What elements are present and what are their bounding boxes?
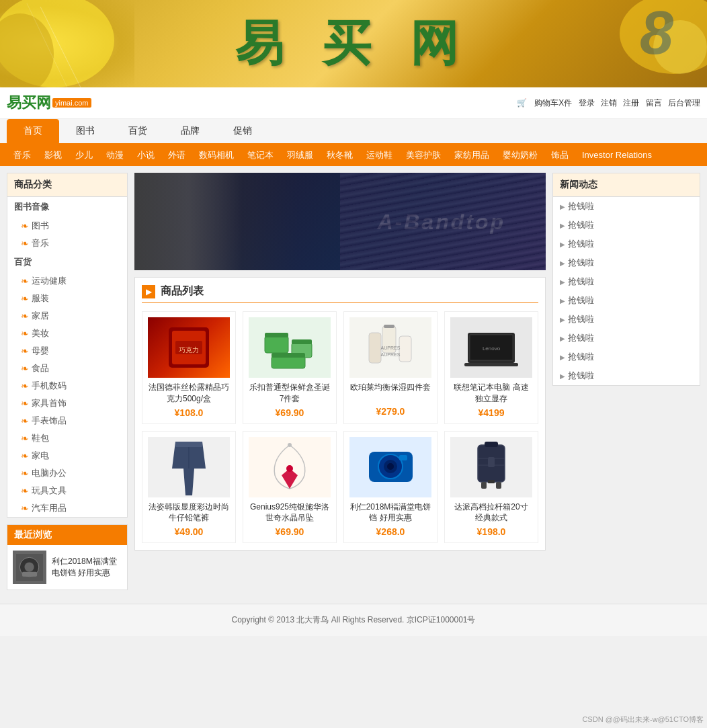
- cat-video[interactable]: 影视: [38, 145, 69, 166]
- tab-home[interactable]: 首页: [7, 119, 59, 143]
- news-item-5[interactable]: ▶ 抢钱啦: [553, 272, 700, 291]
- product-price-6: ¥69.90: [249, 526, 331, 537]
- news-item-8[interactable]: ▶ 抢钱啦: [553, 329, 700, 348]
- bullet-icon: ❧: [21, 220, 29, 231]
- site-title: 易 买 网: [235, 11, 472, 76]
- product-card-5[interactable]: 法姿韩版显度彩边时尚牛仔铅笔裤 ¥49.00: [142, 431, 236, 544]
- cat-music[interactable]: 音乐: [7, 145, 38, 166]
- product-name-8: 达派高档拉杆箱20寸 经典款式: [450, 501, 532, 524]
- product-img-5: [148, 437, 230, 497]
- product-card-6[interactable]: Genius925纯银施华洛世奇水晶吊坠 ¥69.90: [243, 431, 337, 544]
- logo-area: 易买网 yimai.com: [7, 93, 91, 113]
- svg-rect-16: [265, 333, 288, 337]
- bullet-icon: ❧: [21, 433, 29, 444]
- sidebar-item-baby[interactable]: ❧ 母婴: [7, 342, 127, 360]
- product-card-1[interactable]: 巧克力 法国德菲丝松露精品巧克力500g/盒 ¥108.0: [142, 311, 236, 424]
- cart-link[interactable]: 购物车X件: [534, 98, 572, 108]
- news-item-7[interactable]: ▶ 抢钱啦: [553, 310, 700, 329]
- cat-textile[interactable]: 家纺用品: [448, 145, 496, 166]
- tab-goods[interactable]: 百货: [112, 119, 164, 143]
- sidebar-item-shoes[interactable]: ❧ 鞋包: [7, 430, 127, 447]
- cat-anime[interactable]: 动漫: [99, 145, 130, 166]
- product-name-6: Genius925纯银施华洛世奇水晶吊坠: [249, 501, 331, 524]
- section-icon: ▶: [142, 285, 155, 298]
- product-card-7[interactable]: 利仁2018M福满堂电饼铛 好用实惠 ¥268.0: [343, 431, 438, 544]
- admin-link[interactable]: 后台管理: [668, 98, 700, 108]
- product-img-3: AUPRES AUPRES: [349, 317, 431, 378]
- tab-brand[interactable]: 品牌: [164, 119, 216, 143]
- news-section: 新闻动态 ▶ 抢钱啦 ▶ 抢钱啦 ▶ 抢钱啦 ▶ 抢钱啦 ▶ 抢钱啦: [552, 173, 700, 386]
- tab-books[interactable]: 图书: [59, 119, 112, 143]
- group-books: 图书音像: [7, 197, 127, 217]
- svg-rect-46: [481, 482, 487, 489]
- cat-novel[interactable]: 小说: [130, 145, 161, 166]
- left-sidebar: 商品分类 图书音像 ❧ 图书 ❧ 音乐 百货 ❧ 运动健康 ❧ 服装 ❧ 家居: [7, 173, 128, 590]
- sidebar-item-toys[interactable]: ❧ 玩具文具: [7, 482, 127, 499]
- logout-link[interactable]: 注销: [601, 98, 617, 108]
- sidebar-item-appliance[interactable]: ❧ 家电: [7, 447, 127, 464]
- product-card-8[interactable]: 达派高档拉杆箱20寸 经典款式 ¥198.0: [444, 431, 538, 544]
- news-bullet-icon: ▶: [560, 354, 565, 361]
- product-name-7: 利仁2018M福满堂电饼铛 好用实惠: [349, 501, 431, 524]
- product-name-1: 法国德菲丝松露精品巧克力500g/盒: [148, 382, 230, 405]
- cat-beauty[interactable]: 美容护肤: [399, 145, 448, 166]
- login-link[interactable]: 登录: [579, 98, 595, 108]
- sidebar-item-cosmetics[interactable]: ❧ 美妆: [7, 325, 127, 342]
- sidebar-item-watches[interactable]: ❧ 手表饰品: [7, 412, 127, 430]
- news-bullet-icon: ▶: [560, 297, 565, 305]
- product-price-4: ¥4199: [450, 407, 532, 418]
- cat-boots[interactable]: 秋冬靴: [320, 145, 360, 166]
- recent-item[interactable]: 利仁2018M福满堂电饼铛 好用实惠: [7, 545, 127, 590]
- right-sidebar: 新闻动态 ▶ 抢钱啦 ▶ 抢钱啦 ▶ 抢钱啦 ▶ 抢钱啦 ▶ 抢钱啦: [552, 173, 700, 590]
- register-link[interactable]: 注册: [623, 98, 639, 108]
- tab-promo[interactable]: 促销: [216, 119, 269, 143]
- product-price-1: ¥108.0: [148, 407, 230, 418]
- hero-banner: A-Bandtop: [134, 173, 546, 270]
- cat-jewelry[interactable]: 饰品: [544, 145, 575, 166]
- product-card-4[interactable]: Lenovo 联想笔记本电脑 高速独立显存 ¥4199: [444, 311, 538, 424]
- news-item-4[interactable]: ▶ 抢钱啦: [553, 253, 700, 272]
- cat-infant[interactable]: 婴幼奶粉: [496, 145, 544, 166]
- news-item-1[interactable]: ▶ 抢钱啦: [553, 197, 700, 216]
- cat-camera[interactable]: 数码相机: [192, 145, 241, 166]
- sidebar-item-home[interactable]: ❧ 家居: [7, 307, 127, 325]
- svg-rect-45: [488, 457, 495, 467]
- sidebar-item-music[interactable]: ❧ 音乐: [7, 235, 127, 252]
- cat-down[interactable]: 羽绒服: [280, 145, 320, 166]
- product-name-3: 欧珀莱均衡保湿四件套: [349, 382, 431, 403]
- bullet-icon: ❧: [21, 450, 29, 461]
- news-item-10[interactable]: ▶ 抢钱啦: [553, 366, 700, 385]
- sidebar-item-auto[interactable]: ❧ 汽车用品: [7, 499, 127, 517]
- cat-shoes[interactable]: 运动鞋: [360, 145, 399, 166]
- products-section: ▶ 商品列表 巧克力 法国德菲丝松露精品巧克力500g/盒 ¥1: [134, 277, 546, 551]
- svg-rect-15: [265, 336, 288, 353]
- product-card-2[interactable]: 乐扣普通型保鲜盒圣诞7件套 ¥69.90: [243, 311, 337, 424]
- news-item-9[interactable]: ▶ 抢钱啦: [553, 348, 700, 366]
- sidebar-item-computer[interactable]: ❧ 电脑办公: [7, 464, 127, 482]
- svg-rect-30: [464, 363, 518, 366]
- recent-thumb: [13, 551, 46, 584]
- svg-point-39: [387, 463, 394, 470]
- bullet-icon: ❧: [21, 503, 29, 514]
- sidebar-item-food[interactable]: ❧ 食品: [7, 360, 127, 377]
- news-item-3[interactable]: ▶ 抢钱啦: [553, 235, 700, 253]
- sidebar-item-furniture[interactable]: ❧ 家具首饰: [7, 395, 127, 412]
- sidebar-item-books[interactable]: ❧ 图书: [7, 217, 127, 235]
- sidebar-item-sports[interactable]: ❧ 运动健康: [7, 272, 127, 290]
- svg-rect-18: [292, 339, 312, 344]
- cat-laptop[interactable]: 笔记本: [241, 145, 280, 166]
- cat-investor[interactable]: Investor Relations: [575, 145, 659, 166]
- svg-point-35: [288, 443, 292, 447]
- cat-children[interactable]: 少儿: [69, 145, 99, 166]
- svg-rect-24: [399, 336, 411, 362]
- news-item-2[interactable]: ▶ 抢钱啦: [553, 216, 700, 235]
- message-link[interactable]: 留言: [646, 98, 662, 108]
- sidebar-item-clothing[interactable]: ❧ 服装: [7, 290, 127, 307]
- sidebar-item-digital[interactable]: ❧ 手机数码: [7, 377, 127, 395]
- cat-foreign[interactable]: 外语: [161, 145, 192, 166]
- news-item-6[interactable]: ▶ 抢钱啦: [553, 291, 700, 310]
- product-card-3[interactable]: AUPRES AUPRES 欧珀莱均衡保湿四件套 ¥279.0: [343, 311, 438, 424]
- news-bullet-icon: ▶: [560, 203, 565, 210]
- svg-rect-47: [496, 482, 501, 489]
- logo-text: 易买网: [7, 93, 51, 113]
